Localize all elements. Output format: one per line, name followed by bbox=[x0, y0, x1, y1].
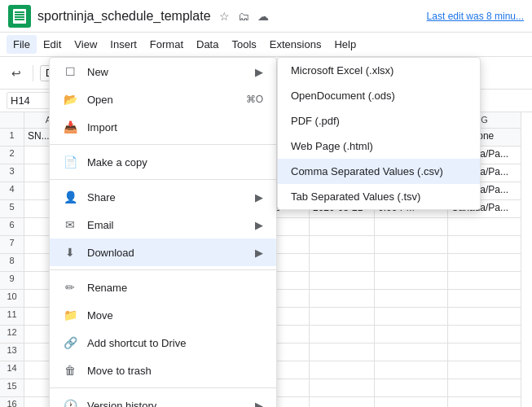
cell-12-g[interactable] bbox=[448, 326, 521, 344]
menu-option-shortcut[interactable]: 🔗 Add shortcut to Drive bbox=[50, 329, 276, 357]
cell-14-f[interactable] bbox=[375, 361, 448, 379]
menu-option-copy[interactable]: 📄 Make a copy bbox=[50, 148, 276, 176]
menu-file[interactable]: File bbox=[7, 35, 37, 54]
menu-option-new[interactable]: ☐ New ▶ bbox=[50, 58, 276, 85]
cell-16-e[interactable] bbox=[310, 397, 375, 407]
row-num-3: 3 bbox=[0, 164, 24, 182]
cell-13-e[interactable] bbox=[310, 344, 375, 361]
cell-6-e[interactable] bbox=[310, 218, 375, 236]
last-edit-text[interactable]: Last edit was 8 minu... bbox=[427, 11, 524, 22]
cell-13-f[interactable] bbox=[375, 344, 448, 361]
menu-option-share-label: Share bbox=[87, 191, 116, 204]
menu-separator-3 bbox=[50, 269, 276, 270]
menu-format[interactable]: Format bbox=[143, 35, 190, 54]
cell-11-f[interactable] bbox=[375, 308, 448, 326]
menu-help[interactable]: Help bbox=[328, 35, 363, 54]
menu-option-shortcut-label: Add shortcut to Drive bbox=[87, 337, 186, 349]
cell-10-g[interactable] bbox=[448, 290, 521, 308]
submenu-html[interactable]: Web Page (.html) bbox=[278, 133, 480, 159]
new-arrow-icon: ▶ bbox=[255, 66, 263, 78]
cell-9-f[interactable] bbox=[375, 272, 448, 290]
menu-option-move[interactable]: 📁 Move bbox=[50, 301, 276, 329]
row-num-8: 8 bbox=[0, 254, 24, 272]
new-icon: ☐ bbox=[63, 64, 77, 79]
submenu-xlsx[interactable]: Microsoft Excel (.xlsx) bbox=[278, 58, 480, 83]
cell-11-g[interactable] bbox=[448, 308, 521, 326]
cell-12-f[interactable] bbox=[375, 326, 448, 344]
cell-10-f[interactable] bbox=[375, 290, 448, 308]
cell-12-e[interactable] bbox=[310, 326, 375, 344]
share-icon: 👤 bbox=[63, 190, 77, 204]
copy-icon: 📄 bbox=[63, 155, 77, 169]
shortcut-icon: 🔗 bbox=[63, 335, 77, 350]
cell-6-f[interactable] bbox=[375, 218, 448, 236]
toolbar-divider-1 bbox=[33, 65, 33, 81]
submenu-xlsx-label: Microsoft Excel (.xlsx) bbox=[291, 64, 394, 77]
submenu-ods[interactable]: OpenDocument (.ods) bbox=[278, 83, 480, 108]
menu-option-version-label: Version history bbox=[87, 400, 156, 408]
cell-8-f[interactable] bbox=[375, 254, 448, 272]
menu-option-share[interactable]: 👤 Share ▶ bbox=[50, 183, 276, 211]
menu-option-email[interactable]: ✉ Email ▶ bbox=[50, 211, 276, 239]
submenu-csv[interactable]: Comma Separated Values (.csv) bbox=[278, 159, 480, 184]
menu-edit[interactable]: Edit bbox=[37, 35, 68, 54]
rename-icon: ✏ bbox=[63, 280, 77, 295]
col-header-num bbox=[0, 112, 24, 129]
move-icon: 📁 bbox=[63, 308, 77, 322]
menu-option-import[interactable]: 📥 Import bbox=[50, 113, 276, 141]
menu-option-open-label: Open bbox=[87, 94, 113, 106]
file-menu: ☐ New ▶ 📂 Open ⌘O 📥 Import 📄 Make a copy… bbox=[49, 57, 277, 407]
cell-10-e[interactable] bbox=[310, 290, 375, 308]
document-title[interactable]: sportninja_schedule_template bbox=[37, 9, 211, 24]
cell-15-f[interactable] bbox=[375, 379, 448, 397]
submenu-tsv[interactable]: Tab Separated Values (.tsv) bbox=[278, 184, 480, 209]
submenu-html-label: Web Page (.html) bbox=[291, 140, 373, 152]
cell-9-e[interactable] bbox=[310, 272, 375, 290]
menu-option-rename[interactable]: ✏ Rename bbox=[50, 274, 276, 301]
cell-name-box[interactable]: H14 bbox=[7, 92, 55, 109]
menu-view[interactable]: View bbox=[68, 35, 103, 54]
cell-13-g[interactable] bbox=[448, 344, 521, 361]
row-num-1: 1 bbox=[0, 129, 24, 147]
row-num-6: 6 bbox=[0, 218, 24, 236]
menu-data[interactable]: Data bbox=[190, 35, 225, 54]
version-arrow-icon: ▶ bbox=[255, 400, 263, 408]
cell-15-g[interactable] bbox=[448, 379, 521, 397]
menu-extensions[interactable]: Extensions bbox=[263, 35, 328, 54]
menu-option-trash[interactable]: 🗑 Move to trash bbox=[50, 357, 276, 384]
row-num-16: 16 bbox=[0, 397, 24, 407]
cell-9-g[interactable] bbox=[448, 272, 521, 290]
cell-14-g[interactable] bbox=[448, 361, 521, 379]
cell-8-e[interactable] bbox=[310, 254, 375, 272]
submenu-pdf-label: PDF (.pdf) bbox=[291, 115, 340, 127]
cell-16-f[interactable] bbox=[375, 397, 448, 407]
cell-6-g[interactable] bbox=[448, 218, 521, 236]
star-icon[interactable]: ☆ bbox=[218, 8, 231, 24]
cell-7-g[interactable] bbox=[448, 236, 521, 254]
row-num-11: 11 bbox=[0, 308, 24, 326]
menu-insert[interactable]: Insert bbox=[103, 35, 143, 54]
submenu-pdf[interactable]: PDF (.pdf) bbox=[278, 108, 480, 133]
row-num-2: 2 bbox=[0, 147, 24, 164]
menu-option-version[interactable]: 🕐 Version history ▶ bbox=[50, 392, 276, 407]
cell-7-f[interactable] bbox=[375, 236, 448, 254]
menu-option-open[interactable]: 📂 Open ⌘O bbox=[50, 85, 276, 113]
cell-15-e[interactable] bbox=[310, 379, 375, 397]
menu-option-copy-label: Make a copy bbox=[87, 156, 147, 168]
menu-tools[interactable]: Tools bbox=[225, 35, 262, 54]
download-submenu: Microsoft Excel (.xlsx) OpenDocument (.o… bbox=[277, 57, 481, 210]
cell-8-g[interactable] bbox=[448, 254, 521, 272]
row-num-9: 9 bbox=[0, 272, 24, 290]
cell-16-g[interactable] bbox=[448, 397, 521, 407]
undo-button[interactable]: ↩ bbox=[7, 63, 26, 83]
submenu-tsv-label: Tab Separated Values (.tsv) bbox=[291, 190, 420, 203]
cell-11-e[interactable] bbox=[310, 308, 375, 326]
cell-7-e[interactable] bbox=[310, 236, 375, 254]
cloud-icon[interactable]: ☁ bbox=[256, 8, 270, 24]
menu-option-download[interactable]: ⬇ Download ▶ bbox=[50, 239, 276, 266]
download-icon: ⬇ bbox=[63, 245, 77, 260]
cell-14-e[interactable] bbox=[310, 361, 375, 379]
menu-option-download-label: Download bbox=[87, 247, 134, 259]
folder-icon[interactable]: 🗂 bbox=[236, 8, 251, 24]
menu-separator-4 bbox=[50, 387, 276, 388]
